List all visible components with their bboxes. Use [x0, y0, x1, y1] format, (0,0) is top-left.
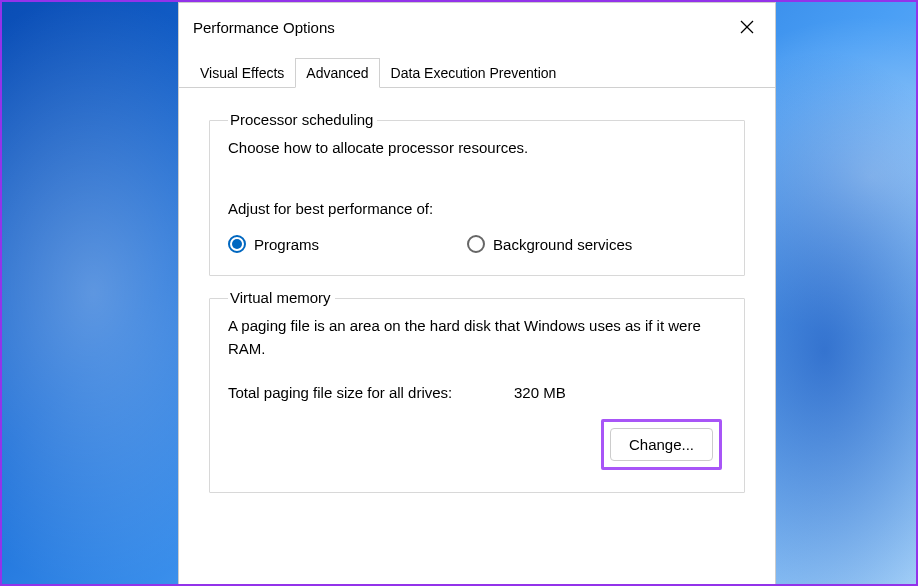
radio-label-programs: Programs: [254, 236, 319, 253]
vm-total-label: Total paging file size for all drives:: [228, 384, 514, 401]
close-button[interactable]: [735, 15, 759, 39]
performance-options-dialog: Performance Options Visual Effects Advan…: [178, 2, 776, 586]
vm-total-value: 320 MB: [514, 384, 726, 401]
radio-background-services[interactable]: Background services: [467, 235, 632, 253]
processor-legend: Processor scheduling: [228, 111, 377, 128]
virtual-memory-group: Virtual memory A paging file is an area …: [209, 298, 745, 493]
vm-total-row: Total paging file size for all drives: 3…: [228, 384, 726, 401]
highlight-annotation: Change...: [601, 419, 722, 470]
processor-desc: Choose how to allocate processor resourc…: [228, 137, 726, 158]
radio-programs[interactable]: Programs: [228, 235, 319, 253]
tab-content: Processor scheduling Choose how to alloc…: [179, 88, 775, 586]
adjust-label: Adjust for best performance of:: [228, 200, 726, 217]
change-button[interactable]: Change...: [610, 428, 713, 461]
tab-visual-effects[interactable]: Visual Effects: [189, 58, 295, 88]
vm-legend: Virtual memory: [228, 289, 335, 306]
tab-dep[interactable]: Data Execution Prevention: [380, 58, 568, 88]
change-button-wrapper: Change...: [228, 419, 726, 470]
vm-desc: A paging file is an area on the hard dis…: [228, 315, 726, 360]
dialog-title: Performance Options: [193, 19, 335, 36]
radio-icon: [228, 235, 246, 253]
radio-icon: [467, 235, 485, 253]
title-bar: Performance Options: [179, 3, 775, 49]
tab-bar: Visual Effects Advanced Data Execution P…: [179, 57, 775, 88]
radio-row: Programs Background services: [228, 235, 726, 253]
processor-scheduling-group: Processor scheduling Choose how to alloc…: [209, 120, 745, 276]
close-icon: [740, 20, 754, 34]
tab-advanced[interactable]: Advanced: [295, 58, 379, 88]
radio-label-background: Background services: [493, 236, 632, 253]
